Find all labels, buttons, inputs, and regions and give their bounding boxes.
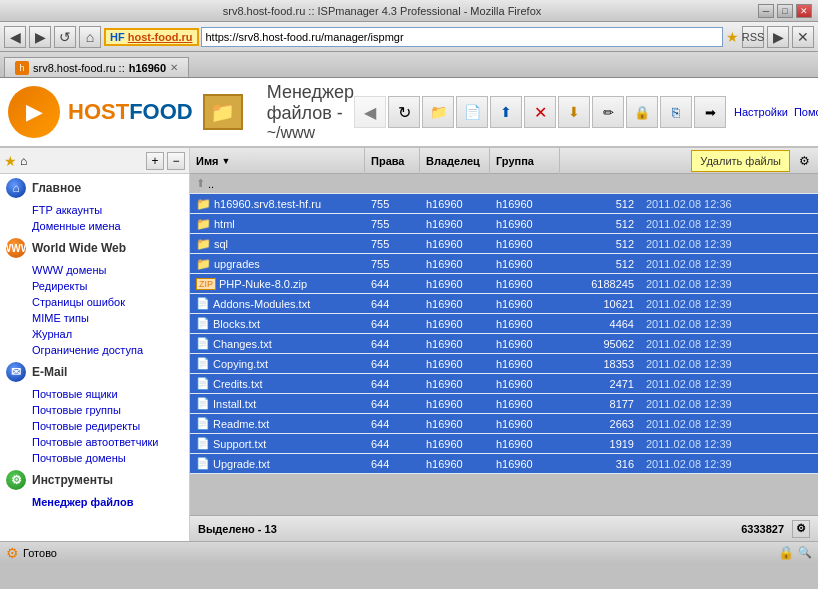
maximize-button[interactable]: □ <box>777 4 793 18</box>
sidebar-section-tools[interactable]: ⚙ Инструменты <box>0 466 189 494</box>
table-row[interactable]: 📄 Changes.txt 644 h16960 h16960 95062 20… <box>190 334 818 354</box>
sidebar-item-redirects[interactable]: Редиректы <box>0 278 189 294</box>
delete-files-button[interactable]: Удалить файлы <box>691 150 790 172</box>
folder-icon: 📁 <box>196 217 211 231</box>
logo-icon <box>8 86 60 138</box>
col-group-header[interactable]: Группа <box>490 148 560 174</box>
sidebar-item-file-manager[interactable]: Менеджер файлов <box>0 494 189 510</box>
table-row[interactable]: 📁 h16960.srv8.test-hf.ru 755 h16960 h169… <box>190 194 818 214</box>
table-row[interactable]: ⬆ .. <box>190 174 818 194</box>
sidebar-item-www-domains[interactable]: WWW домены <box>0 262 189 278</box>
go-button[interactable]: ▶ <box>767 26 789 48</box>
table-row[interactable]: 📄 Addons-Modules.txt 644 h16960 h16960 1… <box>190 294 818 314</box>
stop-button[interactable]: ✕ <box>792 26 814 48</box>
file-group-cell: h16960 <box>490 238 560 250</box>
bookmark-star-button[interactable]: ★ <box>726 29 739 45</box>
sidebar-item-mail-domains[interactable]: Почтовые домены <box>0 450 189 466</box>
settings-link[interactable]: Настройки <box>734 106 788 118</box>
sidebar-section-main[interactable]: ⌂ Главное <box>0 174 189 202</box>
file-date-cell: 2011.02.08 12:39 <box>640 358 818 370</box>
sidebar-item-domains[interactable]: Доменные имена <box>0 218 189 234</box>
file-size-cell: 512 <box>560 238 640 250</box>
file-group-cell: h16960 <box>490 378 560 390</box>
sidebar-item-journal[interactable]: Журнал <box>0 326 189 342</box>
back-toolbar-button[interactable]: ◀ <box>354 96 386 128</box>
move-toolbar-button[interactable]: ➡ <box>694 96 726 128</box>
rss-button[interactable]: RSS <box>742 26 764 48</box>
table-row[interactable]: 📄 Credits.txt 644 h16960 h16960 2471 201… <box>190 374 818 394</box>
table-row[interactable]: 📄 Readme.txt 644 h16960 h16960 2663 2011… <box>190 414 818 434</box>
new-folder-toolbar-button[interactable]: 📁 <box>422 96 454 128</box>
statusbar-right: 🔒 🔍 <box>778 545 812 560</box>
sidebar-item-error-pages[interactable]: Страницы ошибок <box>0 294 189 310</box>
address-bar-container: HF host-food.ru <box>104 26 723 48</box>
home-nav-button[interactable]: ⌂ <box>79 26 101 48</box>
file-rights-cell: 644 <box>365 398 420 410</box>
sidebar-item-mail-autoresponse[interactable]: Почтовые автоответчики <box>0 434 189 450</box>
col-name-header[interactable]: Имя ▼ <box>190 148 365 174</box>
edit-toolbar-button[interactable]: ✏ <box>592 96 624 128</box>
table-row[interactable]: 📄 Upgrade.txt 644 h16960 h16960 316 2011… <box>190 454 818 474</box>
file-rights-cell: 644 <box>365 358 420 370</box>
forward-nav-button[interactable]: ▶ <box>29 26 51 48</box>
table-row[interactable]: 📁 upgrades 755 h16960 h16960 512 2011.02… <box>190 254 818 274</box>
file-name-text: PHP-Nuke-8.0.zip <box>219 278 307 290</box>
browser-statusbar: ⚙ Готово 🔒 🔍 <box>0 541 818 563</box>
sidebar-section-email[interactable]: ✉ E-Mail <box>0 358 189 386</box>
table-row[interactable]: 📁 sql 755 h16960 h16960 512 2011.02.08 1… <box>190 234 818 254</box>
table-row[interactable]: 📄 Support.txt 644 h16960 h16960 1919 201… <box>190 434 818 454</box>
sidebar-item-access[interactable]: Ограничение доступа <box>0 342 189 358</box>
file-name-cell: ZIP PHP-Nuke-8.0.zip <box>190 278 365 290</box>
sidebar-collapse-button[interactable]: − <box>167 152 185 170</box>
zip-icon: ZIP <box>196 278 216 290</box>
table-row[interactable]: 📄 Copying.txt 644 h16960 h16960 18353 20… <box>190 354 818 374</box>
refresh-toolbar-button[interactable]: ↻ <box>388 96 420 128</box>
tab-favicon: h <box>15 61 29 75</box>
sidebar-star-icon: ★ <box>4 153 17 169</box>
sidebar-item-mail-groups[interactable]: Почтовые группы <box>0 402 189 418</box>
table-row[interactable]: 📄 Install.txt 644 h16960 h16960 8177 201… <box>190 394 818 414</box>
sort-arrow-icon: ▼ <box>221 156 230 166</box>
table-row[interactable]: ZIP PHP-Nuke-8.0.zip 644 h16960 h16960 6… <box>190 274 818 294</box>
col-rights-header[interactable]: Права <box>365 148 420 174</box>
file-rights-cell: 755 <box>365 238 420 250</box>
browser-tab[interactable]: h srv8.host-food.ru :: h16960 ✕ <box>4 57 189 77</box>
sidebar-item-ftp[interactable]: FTP аккаунты <box>0 202 189 218</box>
file-name-text: Upgrade.txt <box>213 458 270 470</box>
file-group-cell: h16960 <box>490 358 560 370</box>
col-owner-header[interactable]: Владелец <box>420 148 490 174</box>
sidebar-item-mailboxes[interactable]: Почтовые ящики <box>0 386 189 402</box>
file-name-text: Readme.txt <box>213 418 269 430</box>
file-owner-cell: h16960 <box>420 298 490 310</box>
address-input[interactable] <box>201 27 724 47</box>
file-rights-cell: 755 <box>365 198 420 210</box>
table-row[interactable]: 📄 Blocks.txt 644 h16960 h16960 4464 2011… <box>190 314 818 334</box>
sidebar-item-mime[interactable]: MIME типы <box>0 310 189 326</box>
delete-toolbar-button[interactable]: ✕ <box>524 96 556 128</box>
file-date-cell: 2011.02.08 12:39 <box>640 258 818 270</box>
back-nav-button[interactable]: ◀ <box>4 26 26 48</box>
file-date-cell: 2011.02.08 12:39 <box>640 338 818 350</box>
download-toolbar-button[interactable]: ⬇ <box>558 96 590 128</box>
file-owner-cell: h16960 <box>420 378 490 390</box>
file-date-cell: 2011.02.08 12:39 <box>640 298 818 310</box>
sidebar-item-mail-redirects[interactable]: Почтовые редиректы <box>0 418 189 434</box>
file-name-text: html <box>214 218 235 230</box>
upload-toolbar-button[interactable]: ⬆ <box>490 96 522 128</box>
tab-close-button[interactable]: ✕ <box>170 62 178 73</box>
help-link[interactable]: Помощь <box>794 106 818 118</box>
minimize-button[interactable]: ─ <box>758 4 774 18</box>
sidebar-section-www[interactable]: WWW World Wide Web <box>0 234 189 262</box>
col-actions-container: Удалить файлы ⚙ <box>560 150 818 172</box>
table-row[interactable]: 📁 html 755 h16960 h16960 512 2011.02.08 … <box>190 214 818 234</box>
new-file-toolbar-button[interactable]: 📄 <box>456 96 488 128</box>
file-rights-cell: 644 <box>365 458 420 470</box>
copy-toolbar-button[interactable]: ⎘ <box>660 96 692 128</box>
permissions-toolbar-button[interactable]: 🔒 <box>626 96 658 128</box>
reload-nav-button[interactable]: ↺ <box>54 26 76 48</box>
status-settings-icon[interactable]: ⚙ <box>792 520 810 538</box>
close-window-button[interactable]: ✕ <box>796 4 812 18</box>
file-icon: 📄 <box>196 397 210 410</box>
col-settings-button[interactable]: ⚙ <box>794 154 814 168</box>
sidebar-add-button[interactable]: + <box>146 152 164 170</box>
